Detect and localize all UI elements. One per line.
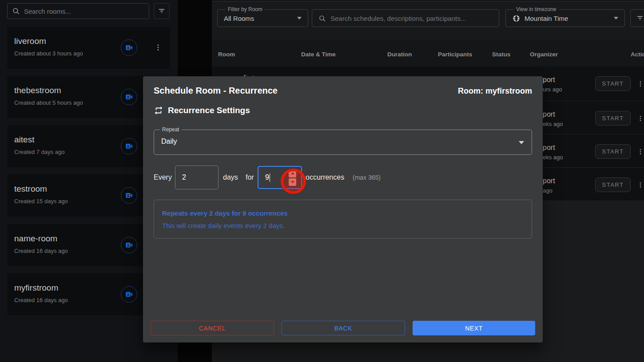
search-icon	[318, 15, 326, 22]
room-filter-label: Filter by Room	[226, 6, 265, 12]
recurrence-summary-box: Repeats every 2 days for 9 occurrences T…	[154, 200, 532, 239]
room-created: Created 7 days ago	[14, 149, 64, 155]
dialog-actions: CANCEL BACK NEXT	[151, 321, 535, 335]
rooms-search-input[interactable]: Search rooms...	[7, 3, 149, 19]
interval-value: 2	[182, 166, 186, 189]
room-filter-value: All Rooms	[224, 15, 254, 22]
room-name: thebestroom	[14, 86, 61, 95]
column-header-status: Status	[492, 51, 510, 58]
schedules-toolbar: Filter by Room All Rooms Search schedule…	[212, 2, 644, 40]
click-highlight-annotation	[281, 169, 306, 194]
organizer-time-fragment: eks ago	[543, 121, 563, 127]
summary-line-2: This will create daily events every 2 da…	[162, 222, 285, 229]
video-camera-button[interactable]	[121, 286, 137, 303]
organizer-cell-fragment: port	[543, 144, 555, 152]
room-created: Created about 3 hours ago	[14, 50, 83, 57]
video-camera-button[interactable]	[121, 138, 137, 154]
column-header-room: Room	[218, 51, 235, 58]
row-menu-kebab-icon[interactable]	[636, 144, 644, 159]
video-camera-button[interactable]	[121, 237, 137, 253]
room-created: Created about 5 hours ago	[14, 99, 83, 106]
room-name: aitest	[14, 135, 34, 145]
start-button[interactable]: START	[595, 177, 631, 192]
room-created: Created 16 days ago	[14, 297, 68, 303]
timezone-label: View in timezone	[514, 6, 559, 12]
repeat-icon	[154, 106, 163, 115]
room-created: Created 16 days ago	[14, 248, 68, 254]
back-button[interactable]: BACK	[282, 321, 405, 335]
room-name: liveroom	[14, 36, 46, 46]
column-header-organizer: Organizer	[530, 51, 558, 58]
organizer-time-fragment: urs ago	[543, 86, 562, 93]
room-name: name-room	[14, 234, 57, 244]
schedules-search-input[interactable]: Search schedules, descriptions, particip…	[312, 9, 499, 27]
chevron-down-icon	[297, 17, 302, 20]
every-label: Every	[154, 165, 172, 190]
room-name: myfirstroom	[14, 283, 58, 293]
row-menu-kebab-icon[interactable]	[636, 76, 644, 91]
column-header-actions: Actions	[631, 51, 644, 58]
repeat-select-label: Repeat	[160, 126, 182, 133]
room-card-liveroom[interactable]: liveroom Created about 3 hours ago	[7, 27, 170, 69]
row-menu-kebab-icon[interactable]	[636, 177, 644, 192]
schedules-filter-button[interactable]	[630, 9, 644, 27]
repeat-select-value: Daily	[161, 138, 177, 146]
interval-input[interactable]: 2	[175, 165, 219, 189]
app-root: Search rooms... liveroom Created about 3…	[0, 0, 644, 362]
dialog-room-label: Room: myfirstroom	[458, 87, 532, 96]
section-title: Recurrence Settings	[168, 106, 250, 115]
column-header-datetime: Date & Time	[301, 51, 336, 58]
start-button[interactable]: START	[595, 144, 631, 159]
rooms-search-placeholder: Search rooms...	[24, 8, 71, 15]
dialog-title: Schedule Room - Recurrence	[154, 86, 278, 96]
recurrence-dialog: Schedule Room - Recurrence Room: myfirst…	[143, 76, 543, 342]
start-button[interactable]: START	[595, 76, 631, 91]
video-camera-button[interactable]	[121, 39, 137, 56]
search-icon	[12, 7, 20, 15]
schedules-search-placeholder: Search schedules, descriptions, particip…	[330, 15, 466, 22]
room-created: Created 15 days ago	[14, 198, 68, 205]
room-name: testroom	[14, 184, 47, 194]
start-button[interactable]: START	[595, 111, 631, 126]
organizer-cell-fragment: port	[543, 76, 555, 84]
occurrences-label: occurrences	[306, 165, 344, 190]
organizer-time-fragment: ago	[543, 187, 553, 194]
repeat-frequency-select[interactable]: Repeat Daily	[154, 130, 532, 155]
room-filter-select[interactable]: Filter by Room All Rooms	[217, 9, 308, 27]
days-label: days	[223, 165, 238, 190]
organizer-cell-fragment: port	[543, 110, 555, 118]
summary-line-1: Repeats every 2 days for 9 occurrences	[162, 209, 288, 217]
column-header-duration: Duration	[387, 51, 412, 58]
chevron-down-icon	[519, 141, 524, 144]
for-label: for	[246, 165, 254, 190]
globe-icon	[512, 14, 521, 23]
next-button[interactable]: NEXT	[413, 321, 535, 335]
interval-settings-row: Every 2 days for 9 occurrences (max 365)	[143, 165, 543, 190]
rooms-filter-button[interactable]	[154, 3, 170, 19]
filter-list-icon	[636, 14, 644, 22]
cancel-button[interactable]: CANCEL	[151, 321, 274, 335]
organizer-cell-fragment: port	[543, 177, 555, 185]
video-camera-button[interactable]	[121, 187, 137, 204]
chevron-down-icon	[614, 17, 618, 20]
timezone-select[interactable]: View in timezone Mountain Time	[505, 9, 625, 27]
filter-list-icon	[158, 7, 166, 15]
recurrence-settings-header: Recurrence Settings	[154, 106, 250, 115]
timezone-value: Mountain Time	[525, 15, 568, 22]
row-menu-kebab-icon[interactable]	[636, 111, 644, 126]
occurrences-value: 9	[265, 167, 270, 188]
max-occurrences-note: (max 365)	[353, 165, 381, 190]
organizer-time-fragment: eks ago	[543, 154, 563, 161]
text-cursor	[270, 173, 270, 182]
column-header-participants: Participants	[438, 51, 472, 58]
video-camera-button[interactable]	[121, 89, 137, 105]
room-menu-kebab-icon[interactable]	[150, 39, 166, 55]
